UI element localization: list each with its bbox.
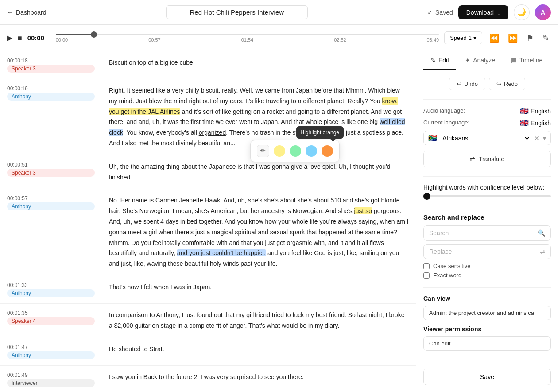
table-row: 00:01:47 Anthony He shouted to Strat. <box>0 338 416 366</box>
main-content: 00:00:18 Speaker 3 Biscuit on top of a b… <box>0 51 558 392</box>
clear-language-button[interactable]: ✕ <box>534 135 539 142</box>
speed-value: 1 <box>469 35 472 41</box>
audio-language-label: Audio language: <box>423 107 465 114</box>
current-language-value: 🇬🇧 English <box>520 119 551 127</box>
download-icon: ↓ <box>497 9 500 16</box>
redo-button[interactable]: ↪ Redo <box>489 78 525 90</box>
table-row: 00:00:19 Anthony Right. It seemed like a… <box>0 79 416 155</box>
row-meta: 00:01:49 Interviewer <box>0 366 102 392</box>
can-view-label: Can view <box>423 295 551 302</box>
search-input-wrap: 🔍 <box>423 225 551 241</box>
marker-1: 00:57 <box>148 37 161 43</box>
row-content[interactable]: Right. It seemed like a very chilly bisc… <box>102 79 416 155</box>
exact-word-label: Exact word <box>433 272 461 279</box>
highlight-text: know, you get in the JAL Airlines <box>109 97 398 115</box>
timestamp: 00:01:49 <box>7 372 95 378</box>
rewind-10-button[interactable]: ⏪ <box>488 31 501 45</box>
row-meta: 00:00:51 Speaker 3 <box>0 155 102 189</box>
row-content[interactable]: No. Her name is Carmen Jeanette Hawk. An… <box>102 189 416 276</box>
search-input[interactable] <box>429 229 534 237</box>
speaker-badge: Anthony <box>7 93 95 101</box>
analyze-icon: ✦ <box>465 57 470 64</box>
highlight-text: and you just couldn't be happier, <box>177 249 266 256</box>
case-sensitive-row: Case sensitive <box>423 263 551 269</box>
yellow-highlight-button[interactable] <box>274 145 285 157</box>
confidence-slider-thumb <box>423 193 430 200</box>
erase-highlight-button[interactable]: ✏ <box>257 145 269 157</box>
search-replace-section: Search and replace 🔍 ⇄ Case sensitive Ex… <box>423 213 551 279</box>
undo-label: Undo <box>464 81 478 87</box>
chevron-down-icon: ▾ <box>543 135 546 142</box>
row-content[interactable]: In comparison to Anthony, I just found o… <box>102 304 416 338</box>
speed-control[interactable]: Speed 1 ▾ <box>444 31 482 44</box>
divider <box>423 176 551 177</box>
translate-button[interactable]: ⇄ Translate <box>423 151 551 167</box>
tab-timeline[interactable]: ▤ Timeline <box>504 51 550 70</box>
replace-input[interactable] <box>429 248 536 255</box>
undo-button[interactable]: ↩ Undo <box>449 78 485 90</box>
timestamp: 00:00:51 <box>7 162 95 168</box>
can-view-select[interactable]: Admin: the project creator and admins ca… <box>423 306 551 320</box>
row-content[interactable]: I saw you in Back to the future 2. I was… <box>102 366 416 392</box>
confidence-slider-track <box>423 195 551 197</box>
tab-analyze[interactable]: ✦ Analyze <box>458 51 502 70</box>
tab-edit[interactable]: ✎ Edit <box>423 51 456 70</box>
timestamp: 00:01:47 <box>7 344 95 350</box>
viewer-permissions-select[interactable]: Can edit Can view Can comment <box>423 336 551 351</box>
permissions-section: Can view Admin: the project creator and … <box>423 295 551 356</box>
row-meta: 00:00:57 Anthony <box>0 189 102 276</box>
progress-thumb <box>91 31 97 38</box>
row-meta: 00:00:18 Speaker 3 <box>0 51 102 79</box>
case-sensitive-checkbox[interactable] <box>423 263 430 269</box>
download-button[interactable]: Download ↓ <box>458 5 508 19</box>
document-title-input[interactable] <box>166 5 308 19</box>
save-label: Save <box>480 373 494 380</box>
row-content[interactable]: That's how I felt when I was in Japan. <box>102 276 416 303</box>
cyan-highlight-button[interactable] <box>306 145 317 157</box>
timestamp: 00:00:57 <box>7 195 95 202</box>
title-area <box>52 5 422 19</box>
progress-track <box>56 34 439 35</box>
exact-word-checkbox[interactable] <box>423 272 430 279</box>
orange-highlight-button[interactable] <box>322 145 333 157</box>
stop-button[interactable]: ■ <box>18 34 22 42</box>
row-content[interactable]: Biscuit on top of a big ice cube. <box>102 51 416 79</box>
row-meta: 00:01:47 Anthony <box>0 338 102 365</box>
back-button[interactable]: ← Dashboard <box>7 9 46 16</box>
timeline-icon: ▤ <box>511 57 517 64</box>
green-highlight-button[interactable] <box>290 145 301 157</box>
marker-2: 01:54 <box>241 37 254 43</box>
flag-button[interactable]: ⚑ <box>525 31 535 45</box>
row-meta: 00:00:19 Anthony <box>0 79 102 155</box>
popup-tooltip: Highlight orange <box>296 126 344 139</box>
row-meta: 00:01:35 Speaker 4 <box>0 304 102 338</box>
divider <box>423 287 551 288</box>
timestamp: 00:00:18 <box>7 58 95 64</box>
save-button[interactable]: Save <box>423 369 551 385</box>
forward-10-button[interactable]: ⏩ <box>506 31 519 45</box>
row-content[interactable]: He shouted to Strat. <box>102 338 416 365</box>
theme-toggle-button[interactable]: 🌙 <box>514 4 530 20</box>
current-language-label: Current language: <box>423 119 469 126</box>
table-row: 00:00:18 Speaker 3 Biscuit on top of a b… <box>0 51 416 79</box>
speaker-badge: Speaker 4 <box>7 317 95 325</box>
progress-bar[interactable]: 00:00 00:57 01:54 02:52 03:49 <box>56 29 439 47</box>
table-row: 00:01:35 Speaker 4 In comparison to Anth… <box>0 304 416 338</box>
redo-icon: ↪ <box>496 81 501 87</box>
time-markers: 00:00 00:57 01:54 02:52 03:49 <box>56 37 439 43</box>
row-meta: 00:01:33 Anthony <box>0 276 102 303</box>
language-dropdown[interactable]: Afrikaans English Spanish French <box>441 134 531 142</box>
play-button[interactable]: ▶ <box>7 34 12 42</box>
sidebar-tabs: ✎ Edit ✦ Analyze ▤ Timeline <box>416 51 558 70</box>
speaker-badge: Anthony <box>7 289 95 297</box>
tab-analyze-label: Analyze <box>473 57 495 64</box>
highlight-text: just so <box>354 207 372 214</box>
edit-mode-button[interactable]: ✎ <box>541 31 551 45</box>
marker-0: 00:00 <box>56 37 68 43</box>
language-selector[interactable]: 🇿🇦 Afrikaans English Spanish French ✕ ▾ <box>423 131 551 145</box>
underline-text: organized <box>199 129 226 136</box>
back-arrow-icon: ← <box>7 9 13 16</box>
highlight-color-popup: Highlight orange ✏ <box>250 140 340 162</box>
timestamp: 00:00:19 <box>7 85 95 92</box>
audio-language-row: Audio language: 🇬🇧 English <box>423 107 551 117</box>
